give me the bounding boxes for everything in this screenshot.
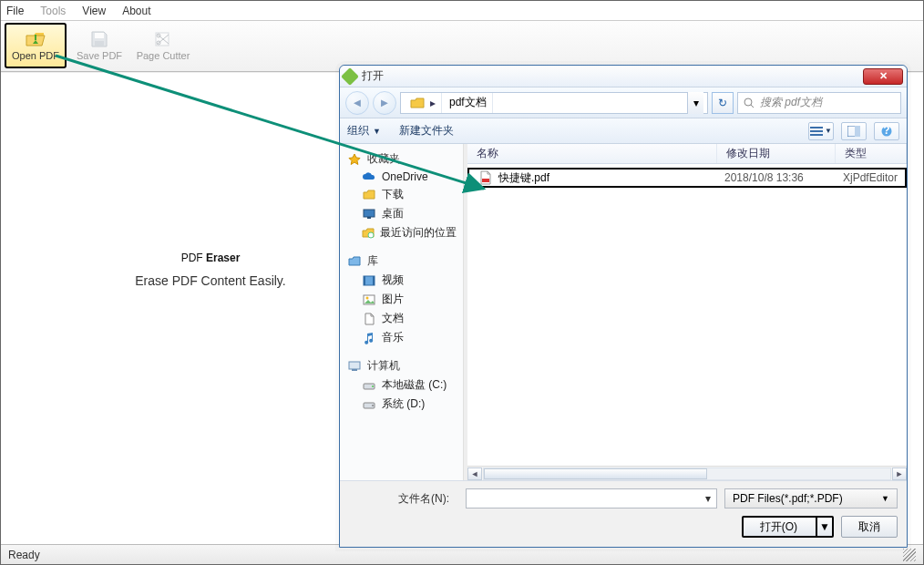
scroll-left-button[interactable]: ◄ bbox=[467, 467, 482, 480]
breadcrumb-folder[interactable]: pdf文档 bbox=[444, 93, 493, 113]
svg-rect-7 bbox=[810, 127, 823, 128]
help-button[interactable]: ? bbox=[874, 122, 899, 140]
tree-downloads[interactable]: 下载 bbox=[340, 185, 463, 204]
svg-rect-14 bbox=[364, 210, 375, 217]
new-folder-button[interactable]: 新建文件夹 bbox=[399, 123, 454, 139]
star-icon bbox=[347, 153, 362, 166]
file-name-input[interactable]: ▾ bbox=[466, 488, 717, 508]
tree-video[interactable]: 视频 bbox=[340, 271, 463, 290]
dialog-titlebar[interactable]: 打开 ✕ bbox=[340, 66, 907, 87]
menu-file[interactable]: File bbox=[6, 5, 24, 17]
menu-about[interactable]: About bbox=[122, 5, 150, 17]
breadcrumb[interactable]: ▸ pdf文档 ▾ bbox=[400, 92, 708, 114]
svg-point-27 bbox=[372, 405, 374, 406]
menu-tools[interactable]: Tools bbox=[40, 5, 66, 17]
svg-rect-19 bbox=[373, 276, 375, 285]
refresh-button[interactable]: ↻ bbox=[712, 92, 734, 114]
dialog-toolbar: 组织 ▼ 新建文件夹 ▼ ? bbox=[340, 118, 907, 144]
svg-point-21 bbox=[366, 296, 369, 299]
tree-desktop[interactable]: 桌面 bbox=[340, 204, 463, 223]
svg-rect-8 bbox=[810, 130, 823, 132]
folder-icon bbox=[362, 189, 376, 201]
file-list: 名称 修改日期 类型 快捷键.pdf 2018/10/8 13:36 XjPdf… bbox=[467, 144, 907, 480]
tree-favorites[interactable]: 收藏夹 bbox=[340, 149, 463, 169]
dialog-app-icon bbox=[341, 67, 359, 86]
file-name-label: 文件名(N): bbox=[349, 491, 458, 507]
resize-grip-icon[interactable] bbox=[903, 549, 916, 561]
dialog-body: 收藏夹 OneDrive 下载 桌面 最近访问的位置 库 视频 图片 文档 音乐 bbox=[340, 144, 907, 480]
scroll-right-button[interactable]: ► bbox=[892, 467, 907, 480]
tree-music[interactable]: 音乐 bbox=[340, 328, 463, 347]
dialog-close-button[interactable]: ✕ bbox=[863, 68, 903, 85]
page-cutter-button[interactable]: Page Cutter bbox=[132, 23, 194, 68]
svg-rect-15 bbox=[367, 217, 371, 219]
nav-tree[interactable]: 收藏夹 OneDrive 下载 桌面 最近访问的位置 库 视频 图片 文档 音乐 bbox=[340, 144, 464, 480]
menu-bar: File Tools View About bbox=[1, 1, 923, 21]
preview-pane-button[interactable] bbox=[841, 122, 867, 140]
open-pdf-button[interactable]: Open PDF bbox=[5, 23, 67, 68]
tree-computer[interactable]: 计算机 bbox=[340, 356, 463, 375]
preview-icon bbox=[847, 126, 860, 137]
col-type[interactable]: 类型 bbox=[836, 144, 907, 163]
video-icon bbox=[362, 274, 376, 287]
file-date-cell: 2018/10/8 13:36 bbox=[715, 171, 834, 184]
help-icon: ? bbox=[881, 126, 892, 137]
svg-point-16 bbox=[368, 232, 374, 238]
brand-title: PDF Eraser bbox=[92, 237, 329, 268]
scroll-thumb[interactable] bbox=[484, 468, 707, 479]
scissors-icon bbox=[152, 30, 174, 48]
pdf-file-icon bbox=[478, 171, 493, 184]
view-list-icon bbox=[810, 126, 823, 137]
tree-libraries[interactable]: 库 bbox=[340, 252, 463, 271]
nav-back-button[interactable]: ◄ bbox=[345, 91, 369, 115]
col-date[interactable]: 修改日期 bbox=[717, 144, 836, 163]
cloud-icon bbox=[362, 170, 376, 183]
col-name[interactable]: 名称 bbox=[467, 144, 717, 163]
column-headers[interactable]: 名称 修改日期 类型 bbox=[467, 144, 907, 164]
horizontal-scrollbar[interactable]: ◄ ► bbox=[467, 466, 907, 480]
music-icon bbox=[362, 332, 376, 344]
tree-pictures[interactable]: 图片 bbox=[340, 290, 463, 309]
menu-view[interactable]: View bbox=[82, 5, 106, 17]
folder-open-icon bbox=[25, 30, 46, 48]
search-input[interactable]: 搜索 pdf文档 bbox=[737, 92, 901, 114]
svg-rect-9 bbox=[810, 134, 823, 136]
organize-button[interactable]: 组织 ▼ bbox=[347, 123, 381, 139]
folder-icon bbox=[410, 97, 425, 109]
file-type-filter[interactable]: PDF Files(*.pdf;*.PDF)▼ bbox=[724, 488, 898, 508]
file-name-dropdown[interactable]: ▾ bbox=[700, 489, 716, 508]
svg-point-25 bbox=[372, 385, 374, 387]
recent-icon bbox=[362, 227, 375, 240]
svg-point-6 bbox=[744, 98, 752, 106]
open-button-dropdown[interactable]: ▼ bbox=[816, 518, 832, 536]
save-pdf-button[interactable]: Save PDF bbox=[68, 23, 130, 68]
picture-icon bbox=[362, 293, 376, 306]
drive-icon bbox=[362, 379, 376, 392]
breadcrumb-root[interactable]: ▸ bbox=[405, 93, 442, 113]
scroll-track[interactable] bbox=[483, 467, 891, 480]
status-text: Ready bbox=[8, 549, 40, 561]
cancel-button[interactable]: 取消 bbox=[841, 516, 898, 538]
library-icon bbox=[347, 255, 362, 268]
svg-rect-23 bbox=[352, 369, 357, 371]
brand-subtitle: Erase PDF Content Easily. bbox=[92, 273, 329, 288]
file-row[interactable]: 快捷键.pdf 2018/10/8 13:36 XjPdfEditor bbox=[467, 168, 907, 188]
page-cutter-label: Page Cutter bbox=[137, 50, 190, 61]
nav-forward-button[interactable]: ► bbox=[373, 91, 396, 115]
computer-icon bbox=[347, 360, 362, 373]
tree-drive-d[interactable]: 系统 (D:) bbox=[340, 395, 463, 414]
svg-rect-0 bbox=[35, 35, 36, 40]
svg-rect-22 bbox=[349, 362, 360, 369]
open-pdf-label: Open PDF bbox=[12, 50, 59, 61]
search-placeholder: 搜索 pdf文档 bbox=[760, 95, 822, 110]
breadcrumb-dropdown[interactable]: ▾ bbox=[687, 92, 703, 114]
svg-rect-28 bbox=[482, 179, 489, 182]
open-button[interactable]: 打开(O) ▼ bbox=[742, 516, 834, 538]
tree-recent[interactable]: 最近访问的位置 bbox=[340, 223, 463, 242]
svg-text:?: ? bbox=[883, 126, 889, 137]
tree-onedrive[interactable]: OneDrive bbox=[340, 169, 463, 185]
tree-drive-c[interactable]: 本地磁盘 (C:) bbox=[340, 375, 463, 395]
svg-rect-18 bbox=[364, 276, 365, 285]
view-mode-button[interactable]: ▼ bbox=[808, 122, 834, 140]
tree-documents[interactable]: 文档 bbox=[340, 309, 463, 328]
